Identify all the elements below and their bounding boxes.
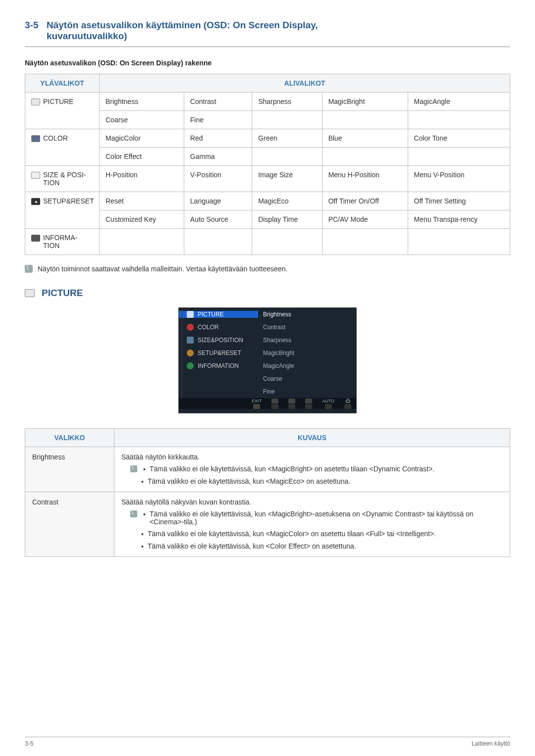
note-icon (130, 510, 137, 517)
menu-brightness: Brightness (25, 447, 114, 492)
menu-information: INFORMA-TION (25, 229, 100, 255)
th-submenu: ALIVALIKOT (100, 74, 510, 93)
th-topmenu: YLÄVALIKOT (25, 74, 100, 93)
picture-section-heading: PICTURE (25, 288, 510, 299)
table-row: COLOR MagicColor Red Green Blue Color To… (25, 129, 510, 148)
menu-setup-reset: SETUP&RESET (25, 192, 100, 229)
osd-structure-table: YLÄVALIKOT ALIVALIKOT PICTURE Brightness… (25, 74, 510, 255)
down-arrow-icon (271, 404, 278, 409)
menu-size-position: SIZE & POSI-TION (25, 166, 100, 192)
info-icon (187, 362, 194, 369)
table-row: PICTURE Brightness Contrast Sharpness Ma… (25, 93, 510, 111)
th-desc: KUVAUS (114, 429, 510, 447)
menu-color: COLOR (25, 129, 100, 166)
setup-icon (187, 350, 194, 356)
size-icon (187, 337, 194, 344)
down-arrow-icon (253, 404, 260, 409)
info-icon (31, 235, 40, 242)
note-text: Näytön toiminnot saattavat vaihdella mal… (38, 265, 287, 273)
menu-picture: PICTURE (25, 93, 100, 129)
note-icon (25, 265, 33, 273)
down-arrow-icon (271, 399, 278, 403)
nav-exit-label: EXIT (252, 399, 262, 403)
osd-preview-nav: EXIT AUTO ⏻ (179, 398, 356, 409)
page-footer: 3-5 Laitteen käyttö (25, 737, 510, 747)
table-row: Contrast Säätää näytöllä näkyvän kuvan k… (25, 492, 510, 557)
subheading: Näytön asetusvalikon (OSD: On Screen Dis… (25, 59, 510, 67)
note-row: Näytön toiminnot saattavat vaihdella mal… (25, 265, 510, 273)
size-icon (31, 172, 40, 179)
picture-icon (187, 311, 194, 318)
table-row: Brightness Säätää näytön kirkkautta. •Tä… (25, 447, 510, 492)
color-icon (31, 135, 40, 142)
picture-desc-table: VALIKKO KUVAUS Brightness Säätää näytön … (25, 428, 510, 557)
down-arrow-icon (325, 404, 332, 409)
nav-auto-label: AUTO (322, 399, 334, 403)
menu-contrast: Contrast (25, 492, 114, 557)
section-rule (25, 47, 510, 47)
section-number: 3-5 (25, 20, 47, 42)
setup-icon (31, 198, 40, 205)
up-arrow-icon (288, 399, 295, 403)
th-menu: VALIKKO (25, 429, 114, 447)
picture-icon (31, 99, 40, 105)
power-icon: ⏻ (345, 398, 350, 403)
footer-left: 3-5 (25, 740, 33, 747)
table-row: INFORMA-TION (25, 229, 510, 255)
down-arrow-icon (305, 404, 312, 409)
osd-preview: PICTURE Brightness COLOR Contrast SIZE&P… (178, 307, 357, 413)
desc-contrast: Säätää näytöllä näkyvän kuvan kontrastia… (114, 492, 510, 557)
table-row: SETUP&RESET Reset Language MagicEco Off … (25, 192, 510, 210)
desc-brightness: Säätää näytön kirkkautta. •Tämä valikko … (114, 447, 510, 492)
footer-right: Laitteen käyttö (472, 740, 510, 747)
section-title: Näytön asetusvalikon käyttäminen (OSD: O… (47, 20, 318, 42)
color-icon (187, 324, 194, 331)
note-icon (130, 465, 137, 472)
picture-icon (25, 289, 35, 297)
right-arrow-icon (305, 399, 312, 403)
table-row: SIZE & POSI-TION H-Position V-Position I… (25, 166, 510, 192)
down-arrow-icon (344, 404, 351, 409)
down-arrow-icon (288, 404, 295, 409)
